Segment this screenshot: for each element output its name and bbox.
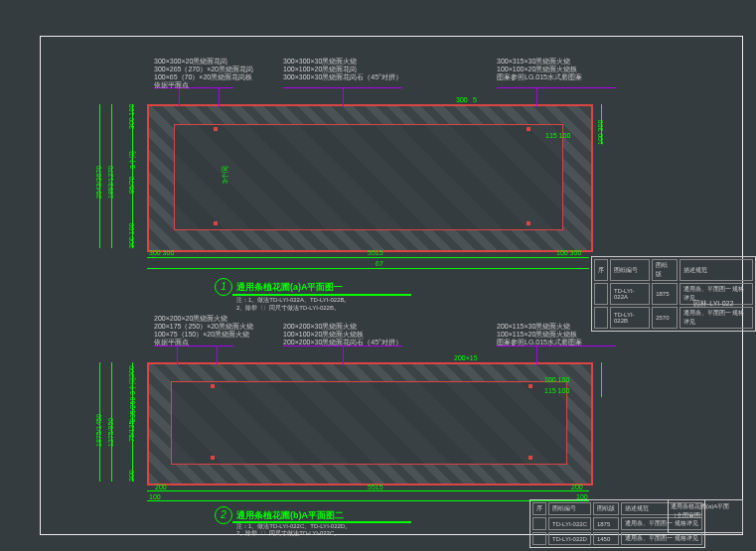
plan1-pillar <box>527 221 530 225</box>
dim: 115 100 <box>544 387 569 394</box>
plan1-inner <box>174 124 563 230</box>
dim: 1893/1270 <box>107 166 114 199</box>
dim: 300 100 <box>128 223 135 248</box>
proj-name: 通用条植花圃(a)A平面 <box>671 502 740 511</box>
schedule-table-1: 序图纸编号图纸版描述规范 TD-LYI-022A1875通用条、平面图一 规格详… <box>591 256 756 332</box>
note: 2、除带〈〉同尺寸做法TD-LYI-022C。 <box>236 529 340 538</box>
dim: 67 <box>376 260 383 267</box>
plan2-pillar <box>529 456 532 460</box>
plan1-pillar <box>214 127 218 131</box>
dim-line <box>147 257 589 259</box>
title-num-2: 2 <box>215 506 232 524</box>
drawing-canvas: 300×300×20黑烧面花岗 300×265（270）×20黑烧面花岗 100… <box>0 0 756 551</box>
dim: 200 <box>128 470 135 482</box>
plan2-pillar <box>211 456 215 460</box>
label: 图案参照LG.015水式磨图案 <box>497 338 582 347</box>
title-1: 通用条植花圃(a)A平面图一 <box>236 281 344 294</box>
dim: 95/70 <box>128 176 135 194</box>
dim: 5 <box>473 96 477 103</box>
plan1-pillar <box>527 127 530 131</box>
dim: 200 <box>571 483 583 490</box>
plan1-pillar <box>214 221 218 225</box>
leader <box>217 345 218 365</box>
leader <box>283 87 402 89</box>
dim: 200 <box>128 365 135 377</box>
title-num-1: 1 <box>215 278 232 296</box>
leader <box>536 345 537 365</box>
label: 300×300×30黑烧面花岗石（45°对拼） <box>283 72 402 82</box>
dim-line <box>147 268 589 270</box>
proj-sub: （全国审图） <box>671 511 740 520</box>
dim: 3个同 <box>221 166 230 184</box>
label: 依据平面点 <box>154 338 189 347</box>
leader <box>219 87 220 107</box>
dim: 100 300 <box>556 249 581 256</box>
dim: 1275/850 <box>107 418 114 447</box>
dim: 75/125 <box>128 421 135 442</box>
dim: 300 300 <box>149 249 174 256</box>
leader <box>536 87 537 107</box>
dim: 235/250 3个同 <box>128 377 138 422</box>
dim: 2543/2670 <box>95 166 102 199</box>
leader <box>343 345 344 365</box>
dim: 100 100 <box>544 376 569 383</box>
dim-line <box>147 500 589 502</box>
dim: 3个同 <box>128 151 138 169</box>
label: 图案参照LG.015水式磨图案 <box>497 72 582 82</box>
dim: 300 <box>456 96 468 103</box>
leader <box>179 87 180 107</box>
dim: 1875/1450 <box>95 414 102 447</box>
leader <box>343 87 344 107</box>
dim-line <box>147 490 589 492</box>
leader <box>497 87 616 89</box>
dim: 200×15 <box>454 354 478 361</box>
titleblock: 通用条植花圃(a)A平面 （全国审图） <box>668 499 743 533</box>
label: 依据平面点 <box>154 80 189 90</box>
dim: 100 <box>149 493 161 500</box>
label: 200×200×30黑烧面花岗石（45°对拼） <box>283 338 402 347</box>
dim: 300 100 <box>128 104 135 129</box>
dim: 200 <box>155 483 167 490</box>
note: 2、除带〈〉同尺寸做法TD-LYI-022B。 <box>236 304 340 313</box>
plan2-pillar <box>529 384 532 388</box>
leader <box>177 345 178 365</box>
dim: 5515 <box>368 249 383 256</box>
dim: 5515 <box>368 483 383 490</box>
plan2-inner <box>171 381 567 465</box>
dim: 100 300 <box>597 120 604 145</box>
dim-line <box>601 362 603 397</box>
dim: 115 100 <box>545 132 570 139</box>
dwg-number: 园林-LYI-022 <box>693 299 733 309</box>
plan2-pillar <box>211 384 215 388</box>
